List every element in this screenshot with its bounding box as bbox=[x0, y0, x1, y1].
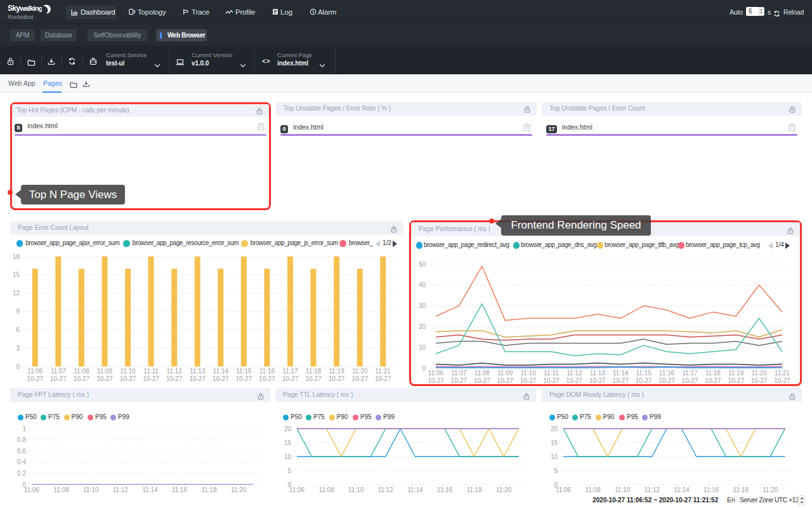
svg-text:10: 10 bbox=[551, 453, 558, 460]
svg-text:0.8: 0.8 bbox=[17, 436, 26, 443]
svg-text:12: 12 bbox=[13, 290, 20, 297]
svg-text:11:12: 11:12 bbox=[378, 486, 394, 493]
svg-text:11:18: 11:18 bbox=[201, 486, 217, 493]
svg-text:11:12: 11:12 bbox=[645, 486, 660, 493]
svg-text:11:0710-27: 11:0710-27 bbox=[50, 368, 67, 381]
svg-text:11:2010-27: 11:2010-27 bbox=[751, 370, 768, 384]
svg-text:3: 3 bbox=[16, 345, 20, 352]
svg-text:11:1910-27: 11:1910-27 bbox=[728, 370, 744, 384]
svg-text:11:06: 11:06 bbox=[289, 486, 305, 493]
svg-text:11:1510-27: 11:1510-27 bbox=[636, 370, 652, 384]
svg-text:0.6: 0.6 bbox=[17, 448, 26, 455]
svg-text:0: 0 bbox=[422, 365, 426, 372]
svg-text:15: 15 bbox=[551, 439, 558, 446]
svg-text:30: 30 bbox=[419, 302, 426, 309]
svg-text:15: 15 bbox=[13, 271, 20, 278]
svg-text:11:0910-27: 11:0910-27 bbox=[96, 368, 113, 381]
svg-text:11:0610-27: 11:0610-27 bbox=[27, 368, 44, 381]
svg-text:0.2: 0.2 bbox=[17, 470, 26, 477]
svg-text:11:18: 11:18 bbox=[733, 486, 749, 493]
svg-text:11:16: 11:16 bbox=[172, 486, 188, 493]
svg-text:11:2110-27: 11:2110-27 bbox=[774, 370, 790, 384]
svg-text:11:1310-27: 11:1310-27 bbox=[189, 368, 206, 381]
svg-text:11:08: 11:08 bbox=[318, 486, 334, 493]
svg-text:11:2110-27: 11:2110-27 bbox=[375, 368, 391, 381]
svg-text:11:1410-27: 11:1410-27 bbox=[213, 368, 229, 381]
svg-text:11:1110-27: 11:1110-27 bbox=[143, 368, 159, 381]
svg-text:11:10: 11:10 bbox=[83, 486, 99, 493]
svg-text:20: 20 bbox=[551, 425, 558, 432]
svg-text:11:10: 11:10 bbox=[615, 486, 631, 493]
svg-text:11:20: 11:20 bbox=[763, 486, 778, 493]
svg-text:11:18: 11:18 bbox=[466, 486, 482, 493]
svg-text:11:1510-27: 11:1510-27 bbox=[236, 368, 252, 381]
svg-text:11:1710-27: 11:1710-27 bbox=[682, 370, 698, 384]
svg-text:11:16: 11:16 bbox=[437, 486, 453, 493]
svg-text:11:12: 11:12 bbox=[113, 486, 129, 493]
svg-text:20: 20 bbox=[419, 323, 426, 330]
svg-text:10: 10 bbox=[284, 453, 292, 460]
svg-text:11:06: 11:06 bbox=[556, 486, 572, 493]
svg-text:1: 1 bbox=[22, 425, 26, 432]
svg-text:11:0810-27: 11:0810-27 bbox=[474, 370, 490, 384]
svg-text:11:1610-27: 11:1610-27 bbox=[658, 370, 675, 384]
svg-text:11:14: 11:14 bbox=[142, 486, 158, 493]
svg-text:11:1810-27: 11:1810-27 bbox=[705, 370, 721, 384]
svg-text:11:1010-27: 11:1010-27 bbox=[520, 370, 537, 384]
svg-text:11:0710-27: 11:0710-27 bbox=[451, 370, 468, 384]
svg-text:11:0910-27: 11:0910-27 bbox=[497, 370, 513, 384]
svg-text:11:1710-27: 11:1710-27 bbox=[282, 368, 299, 381]
svg-text:11:1210-27: 11:1210-27 bbox=[166, 368, 183, 381]
svg-text:11:1810-27: 11:1810-27 bbox=[305, 368, 322, 381]
svg-text:11:20: 11:20 bbox=[496, 486, 512, 493]
svg-text:11:1410-27: 11:1410-27 bbox=[612, 370, 629, 384]
svg-text:11:1310-27: 11:1310-27 bbox=[589, 370, 606, 384]
svg-text:11:1110-27: 11:1110-27 bbox=[543, 370, 560, 384]
svg-text:5: 5 bbox=[554, 467, 558, 474]
svg-text:11:20: 11:20 bbox=[231, 486, 247, 493]
svg-text:15: 15 bbox=[284, 439, 292, 446]
svg-text:11:08: 11:08 bbox=[53, 486, 69, 493]
svg-text:9: 9 bbox=[16, 308, 20, 315]
svg-text:50: 50 bbox=[419, 261, 426, 268]
svg-text:40: 40 bbox=[419, 281, 426, 288]
svg-text:11:1910-27: 11:1910-27 bbox=[329, 368, 345, 381]
svg-text:11:14: 11:14 bbox=[407, 486, 423, 493]
svg-text:0.4: 0.4 bbox=[17, 458, 26, 465]
svg-text:18: 18 bbox=[13, 253, 20, 260]
svg-text:11:0610-27: 11:0610-27 bbox=[428, 370, 444, 384]
svg-text:11:1610-27: 11:1610-27 bbox=[259, 368, 275, 381]
svg-text:10: 10 bbox=[419, 344, 426, 351]
svg-text:11:10: 11:10 bbox=[348, 486, 364, 493]
svg-text:11:1010-27: 11:1010-27 bbox=[120, 368, 136, 381]
svg-text:11:0810-27: 11:0810-27 bbox=[74, 368, 90, 381]
svg-text:11:1210-27: 11:1210-27 bbox=[566, 370, 583, 384]
svg-text:0: 0 bbox=[16, 363, 20, 370]
svg-text:11:2010-27: 11:2010-27 bbox=[351, 368, 368, 381]
svg-text:11:06: 11:06 bbox=[24, 486, 40, 493]
svg-text:20: 20 bbox=[284, 425, 292, 432]
svg-text:11:16: 11:16 bbox=[704, 486, 719, 493]
svg-text:11:14: 11:14 bbox=[674, 486, 690, 493]
svg-text:11:08: 11:08 bbox=[585, 486, 601, 493]
svg-text:6: 6 bbox=[16, 326, 20, 333]
svg-text:5: 5 bbox=[287, 467, 291, 474]
